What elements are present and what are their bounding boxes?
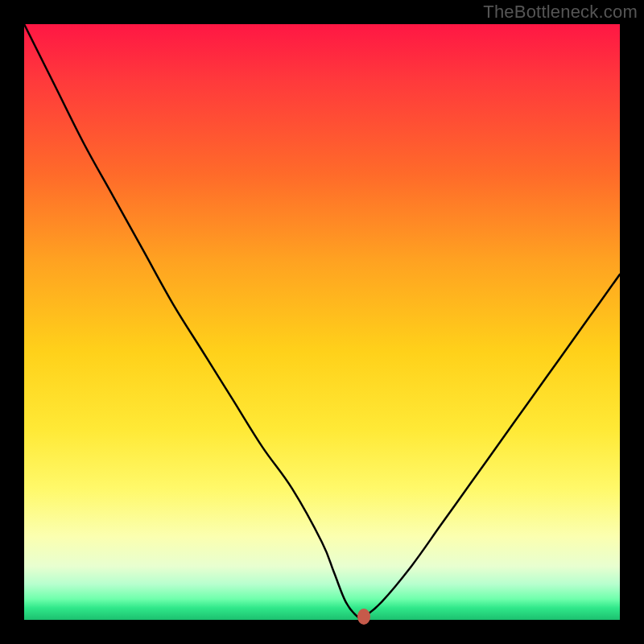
bottleneck-curve xyxy=(24,24,620,620)
attribution-label: TheBottleneck.com xyxy=(483,2,638,23)
chart-frame: TheBottleneck.com xyxy=(0,0,644,644)
plot-area xyxy=(24,24,620,620)
optimal-point-marker xyxy=(357,609,370,625)
